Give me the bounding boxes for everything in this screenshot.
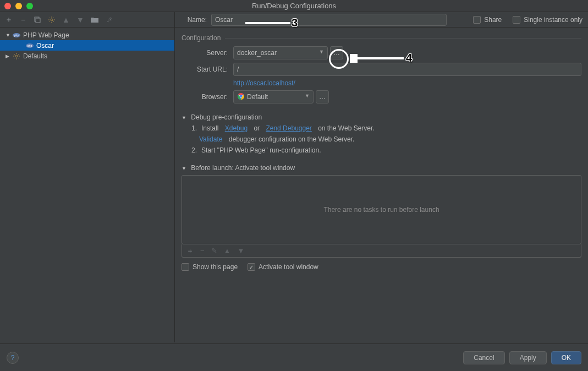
- single-instance-checkbox[interactable]: Single instance only: [513, 16, 582, 24]
- remove-task-icon[interactable]: −: [200, 247, 205, 255]
- tree-category-defaults[interactable]: ▶ Defaults: [0, 51, 174, 61]
- configuration-editor: Name: Share Single instance only Configu…: [175, 12, 588, 342]
- tree-category-php-web-page[interactable]: ▼ php PHP Web Page: [0, 30, 174, 40]
- name-label: Name:: [180, 16, 207, 24]
- chevron-down-icon: ▼: [305, 93, 310, 99]
- chrome-icon: [237, 92, 245, 102]
- sidebar-toolbar: ＋ − ▲ ▼ ↓²: [0, 12, 174, 28]
- cancel-button[interactable]: Cancel: [463, 351, 504, 364]
- svg-text:php: php: [14, 34, 19, 37]
- window-title: Run/Debug Configurations: [0, 2, 588, 10]
- debug-step-1a: Validate debugger configuration on the W…: [199, 135, 581, 143]
- share-label: Share: [484, 16, 502, 24]
- copy-icon[interactable]: [33, 15, 42, 24]
- before-launch-toolbar: ＋ − ✎ ▲ ▼: [182, 244, 581, 258]
- add-task-icon[interactable]: ＋: [186, 246, 194, 256]
- section-configuration: Configuration: [182, 34, 581, 42]
- server-value: docker_oscar: [237, 49, 277, 57]
- tree-label: Defaults: [23, 52, 47, 60]
- share-checkbox[interactable]: Share: [473, 16, 502, 24]
- empty-tasks-text: There are no tasks to run before launch: [323, 206, 439, 214]
- collapse-arrow-icon: ▼: [182, 115, 187, 121]
- xdebug-link[interactable]: Xdebug: [225, 124, 248, 132]
- settings-icon[interactable]: [47, 15, 56, 24]
- section-title: Configuration: [182, 34, 221, 42]
- close-window-icon[interactable]: [4, 3, 11, 9]
- titlebar: Run/Debug Configurations: [0, 0, 588, 12]
- svg-point-7: [15, 55, 18, 57]
- browser-value: Default: [247, 93, 268, 101]
- expand-arrow-icon[interactable]: ▼: [6, 32, 12, 38]
- dialog-footer: ? Cancel Apply OK: [0, 343, 588, 371]
- show-page-label: Show this page: [193, 263, 238, 271]
- svg-point-10: [240, 95, 243, 97]
- resolved-url-link[interactable]: http://oscar.localhost/: [233, 79, 295, 87]
- configurations-tree: ▼ php PHP Web Page php Oscar ▶ Defaults: [0, 28, 174, 342]
- server-label: Server:: [186, 49, 233, 57]
- section-before-launch[interactable]: ▼ Before launch: Activate tool window: [182, 164, 581, 172]
- ok-button[interactable]: OK: [551, 351, 581, 364]
- zend-debugger-link[interactable]: Zend Debugger: [266, 124, 311, 132]
- maximize-window-icon[interactable]: [26, 3, 33, 9]
- defaults-icon: [12, 52, 21, 61]
- php-icon: php: [12, 31, 21, 40]
- show-this-page-checkbox[interactable]: Show this page: [182, 263, 238, 271]
- move-task-up-icon[interactable]: ▲: [224, 247, 231, 255]
- start-url-label: Start URL:: [186, 66, 233, 73]
- section-debug-preconfig[interactable]: ▼ Debug pre-configuration: [182, 113, 581, 121]
- before-launch-tasks-list: There are no tasks to run before launch: [182, 175, 581, 244]
- server-config-button[interactable]: …: [330, 46, 343, 59]
- checkbox-icon: [473, 16, 481, 24]
- sort-icon[interactable]: ↓²: [105, 15, 113, 24]
- before-launch-title: Before launch: Activate tool window: [191, 164, 295, 172]
- browser-config-button[interactable]: …: [316, 90, 329, 103]
- tree-label: PHP Web Page: [23, 31, 69, 39]
- debug-step-2: 2. Start "PHP Web Page" run-configuratio…: [191, 146, 581, 154]
- svg-point-2: [51, 19, 53, 21]
- php-run-icon: php: [25, 41, 34, 50]
- folder-icon[interactable]: [90, 15, 99, 24]
- move-down-icon[interactable]: ▼: [76, 15, 85, 24]
- tree-label: Oscar: [36, 42, 54, 50]
- window-controls: [4, 3, 33, 9]
- debug-step-1: 1. Install Xdebug or Zend Debugger on th…: [191, 124, 581, 132]
- svg-text:php: php: [28, 44, 32, 47]
- single-instance-label: Single instance only: [524, 16, 582, 24]
- checkbox-icon: [513, 16, 520, 24]
- collapse-arrow-icon: ▼: [182, 166, 187, 171]
- checkbox-icon: [182, 263, 189, 271]
- browser-label: Browser:: [186, 93, 233, 101]
- chevron-down-icon: ▼: [319, 49, 324, 54]
- edit-task-icon[interactable]: ✎: [211, 247, 217, 255]
- expand-arrow-icon[interactable]: ▶: [6, 53, 12, 59]
- tree-item-oscar[interactable]: php Oscar: [0, 40, 174, 51]
- activate-label: Activate tool window: [259, 263, 318, 271]
- remove-icon[interactable]: −: [19, 15, 28, 24]
- activate-tool-window-checkbox[interactable]: Activate tool window: [248, 263, 318, 271]
- move-task-down-icon[interactable]: ▼: [237, 247, 244, 255]
- help-button[interactable]: ?: [7, 352, 19, 364]
- apply-button[interactable]: Apply: [509, 351, 547, 364]
- browser-dropdown[interactable]: Default ▼: [233, 90, 314, 103]
- move-up-icon[interactable]: ▲: [62, 15, 70, 24]
- name-input[interactable]: [211, 14, 447, 26]
- name-row: Name: Share Single instance only: [175, 12, 588, 28]
- minimize-window-icon[interactable]: [15, 3, 22, 9]
- server-dropdown[interactable]: docker_oscar ▼: [233, 46, 328, 59]
- configurations-sidebar: ＋ − ▲ ▼ ↓² ▼ php PHP Web Page: [0, 12, 175, 342]
- checkbox-checked-icon: [248, 263, 255, 271]
- add-icon[interactable]: ＋: [4, 15, 13, 24]
- start-url-input[interactable]: [233, 63, 581, 76]
- svg-rect-1: [36, 18, 40, 23]
- validate-link[interactable]: Validate: [199, 135, 222, 143]
- debug-title: Debug pre-configuration: [191, 113, 262, 121]
